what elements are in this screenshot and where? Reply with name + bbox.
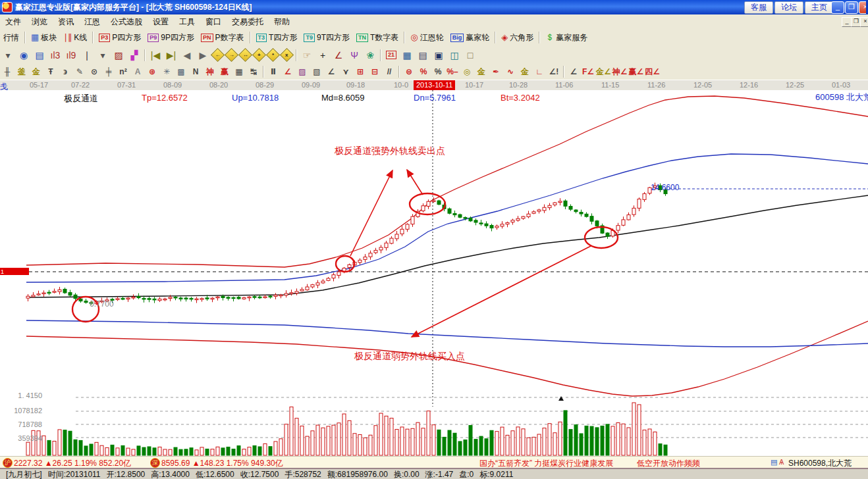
menu-item-交易委托[interactable]: 交易委托 bbox=[227, 15, 269, 29]
toolbar-button-t-number-table[interactable]: TNT数字表 bbox=[356, 32, 398, 43]
kline-chart-area[interactable]: 1 极反通道 Tp=12.6572 Up=10.7818 Md=8.6059 D… bbox=[0, 90, 868, 456]
toolbar-button-winner-wheel[interactable]: Big赢家轮 bbox=[450, 32, 490, 43]
menu-item-江恩[interactable]: 江恩 bbox=[79, 15, 105, 29]
gann-shen-tool-icon[interactable]: 神 bbox=[203, 66, 217, 78]
gann-a-line-icon[interactable]: A bbox=[131, 66, 144, 78]
nav-network-icon[interactable]: ◫ bbox=[447, 49, 462, 62]
gann-ying-tool-icon[interactable]: 赢 bbox=[218, 66, 231, 78]
gann-gann-grid-icon[interactable]: ╫ bbox=[1, 66, 14, 78]
gann-gold-gate-1-icon[interactable]: 釜 bbox=[15, 66, 28, 78]
gann-spiral-icon[interactable]: ϶ bbox=[59, 66, 72, 78]
nav-zoom-star-icon[interactable]: * bbox=[266, 48, 280, 62]
menu-item-设置[interactable]: 设置 bbox=[148, 15, 174, 29]
date-tick-10-0[interactable]: 10-0 bbox=[394, 81, 408, 89]
menu-item-帮助[interactable]: 帮助 bbox=[269, 15, 295, 29]
date-tick-09-09[interactable]: 09-09 bbox=[302, 81, 320, 89]
gann-pillars-icon[interactable]: Ⅱ bbox=[267, 66, 280, 78]
window-restore-button[interactable]: ❐ bbox=[845, 1, 858, 14]
toolbar-button-quotes[interactable]: 行情 bbox=[3, 32, 19, 43]
gann-span-arrows-icon[interactable]: ↹ bbox=[247, 66, 260, 78]
nav-bars-9-icon[interactable]: ıl9 bbox=[64, 49, 78, 62]
nav-calendar-icon[interactable]: 21 bbox=[384, 49, 398, 62]
nav-bars-3-icon[interactable]: ıl3 bbox=[48, 49, 63, 62]
nav-zoom-right-icon[interactable]: → bbox=[225, 48, 238, 62]
nav-crosshair-icon[interactable]: + bbox=[315, 49, 330, 62]
nav-angle-measure-icon[interactable]: ∠ bbox=[331, 49, 346, 62]
toolbar-button-kline[interactable]: ∣∥K线 bbox=[63, 32, 87, 43]
nav-histogram-icon[interactable]: ▞ bbox=[127, 49, 142, 62]
titlebar-link-客服[interactable]: 客服 bbox=[744, 1, 773, 14]
gann-angle-ying-icon[interactable]: 赢∠ bbox=[629, 66, 644, 78]
menu-item-公式选股[interactable]: 公式选股 bbox=[105, 15, 148, 29]
nav-candle-style-icon[interactable]: ∣ bbox=[80, 49, 94, 62]
gann-pen-icon[interactable]: ✎ bbox=[73, 66, 86, 78]
gann-gold-circle-icon[interactable]: ◎ bbox=[460, 66, 474, 78]
gann-grid-123-icon[interactable]: ▦ bbox=[232, 66, 246, 78]
gann-a-wave-icon[interactable]: ∿ bbox=[504, 66, 517, 78]
nav-workstation-icon[interactable]: □ bbox=[463, 49, 477, 62]
toolbar-button-gann-wheel[interactable]: ◎江恩轮 bbox=[410, 32, 443, 43]
gann-parallel-lines-icon[interactable]: // bbox=[383, 66, 396, 78]
date-tick-11-06[interactable]: 11-06 bbox=[555, 81, 573, 89]
window-minimize-button[interactable]: _ bbox=[831, 1, 844, 14]
gann-gold-line-icon[interactable]: 金 bbox=[518, 66, 531, 78]
menu-item-浏览[interactable]: 浏览 bbox=[26, 15, 53, 29]
nav-prev-icon[interactable]: ◀ bbox=[180, 49, 194, 62]
nav-dropdown-icon[interactable]: ▾ bbox=[1, 49, 15, 62]
gann-grid-red-1-icon[interactable]: ⊞ bbox=[354, 66, 367, 78]
gann-angle-gold-icon[interactable]: 金∠ bbox=[596, 66, 611, 78]
gann-angle-shen-icon[interactable]: 神∠ bbox=[612, 66, 628, 78]
date-tick-01-03[interactable]: 01-03 bbox=[832, 81, 850, 89]
date-tick-10-28[interactable]: 10-28 bbox=[509, 81, 528, 89]
titlebar-link-论坛[interactable]: 论坛 bbox=[774, 1, 803, 14]
date-tick-10-17[interactable]: 10-17 bbox=[465, 81, 483, 89]
menu-item-资讯[interactable]: 资讯 bbox=[53, 15, 79, 29]
nav-zoom-horizontal-icon[interactable]: ↔ bbox=[238, 48, 252, 62]
nav-first-icon[interactable]: |◀ bbox=[148, 49, 163, 62]
menu-item-工具[interactable]: 工具 bbox=[174, 15, 200, 29]
toolbar-button-hexagon[interactable]: ◈六角形 bbox=[501, 32, 533, 43]
menu-item-窗口[interactable]: 窗口 bbox=[200, 15, 227, 29]
gann-v-dots-icon[interactable]: ⋎ bbox=[339, 66, 352, 78]
nav-zoom-cross-icon[interactable]: + bbox=[252, 48, 266, 62]
gann-fan-box-icon[interactable]: ▧ bbox=[310, 66, 323, 78]
nav-calculator-icon[interactable]: ▦ bbox=[400, 49, 414, 62]
date-tick-12-16[interactable]: 12-16 bbox=[740, 81, 758, 89]
date-tick-08-29[interactable]: 08-29 bbox=[256, 81, 274, 89]
gann-percent-icon[interactable]: % bbox=[431, 66, 445, 78]
gann-fan-purple-icon[interactable]: ▨ bbox=[296, 66, 309, 78]
gann-grid-red-2-icon[interactable]: ⊟ bbox=[368, 66, 381, 78]
nav-candle-style-dropdown-icon[interactable]: ▾ bbox=[95, 49, 110, 62]
nav-curve-tool-icon[interactable]: ◉ bbox=[16, 49, 31, 62]
gann-grid-small-icon[interactable]: ╪ bbox=[102, 66, 115, 78]
date-tick-07-31[interactable]: 07-31 bbox=[117, 81, 136, 89]
nav-purple-tool-icon[interactable]: Ψ bbox=[347, 49, 362, 62]
gann-n-square-icon[interactable]: n² bbox=[117, 66, 130, 78]
date-tick-11-26[interactable]: 11-26 bbox=[647, 81, 665, 89]
gann-angle-four-icon[interactable]: 四∠ bbox=[645, 66, 660, 78]
gann-n-wave-icon[interactable]: Ν bbox=[189, 66, 202, 78]
nav-wave-box-icon[interactable]: ▨ bbox=[111, 49, 126, 62]
gann-f-tool-icon[interactable]: Ŧ bbox=[44, 66, 57, 78]
gann-scale-tool-icon[interactable]: ⊜ bbox=[402, 66, 416, 78]
titlebar-link-主页[interactable]: 主页 bbox=[805, 1, 834, 14]
list-mini-icon[interactable]: ▤ bbox=[771, 458, 777, 466]
date-tick-05-17[interactable]: 05-17 bbox=[30, 81, 48, 89]
nav-zoom-left-icon[interactable]: ← bbox=[211, 48, 225, 62]
gann-j-angle-icon[interactable]: ∟ bbox=[533, 66, 546, 78]
nav-next-icon[interactable]: ▶ bbox=[196, 49, 210, 62]
date-tick-07-22[interactable]: 07-22 bbox=[71, 81, 90, 89]
nav-notes-icon[interactable]: ▤ bbox=[416, 49, 430, 62]
gann-gold-bar-icon[interactable]: 金 bbox=[475, 66, 488, 78]
date-tick-12-05[interactable]: 12-05 bbox=[693, 81, 712, 89]
date-tick-12-25[interactable]: 12-25 bbox=[786, 81, 804, 89]
toolbar-button-p-number-table[interactable]: PNP数字表 bbox=[201, 32, 244, 43]
gann-percent-red-icon[interactable]: % bbox=[417, 66, 430, 78]
gann-percent-line-icon[interactable]: %– bbox=[446, 66, 459, 78]
gann-gold-gate-2-icon[interactable]: 金 bbox=[30, 66, 43, 78]
gann-angle-plain-icon[interactable]: ∠ bbox=[567, 66, 580, 78]
gann-target-red-icon[interactable]: ⊕ bbox=[146, 66, 159, 78]
date-tick-08-09[interactable]: 08-09 bbox=[163, 81, 182, 89]
gann-time-circle-icon[interactable]: ⊙ bbox=[88, 66, 101, 78]
gann-fan-red-icon[interactable]: ∠ bbox=[281, 66, 294, 78]
